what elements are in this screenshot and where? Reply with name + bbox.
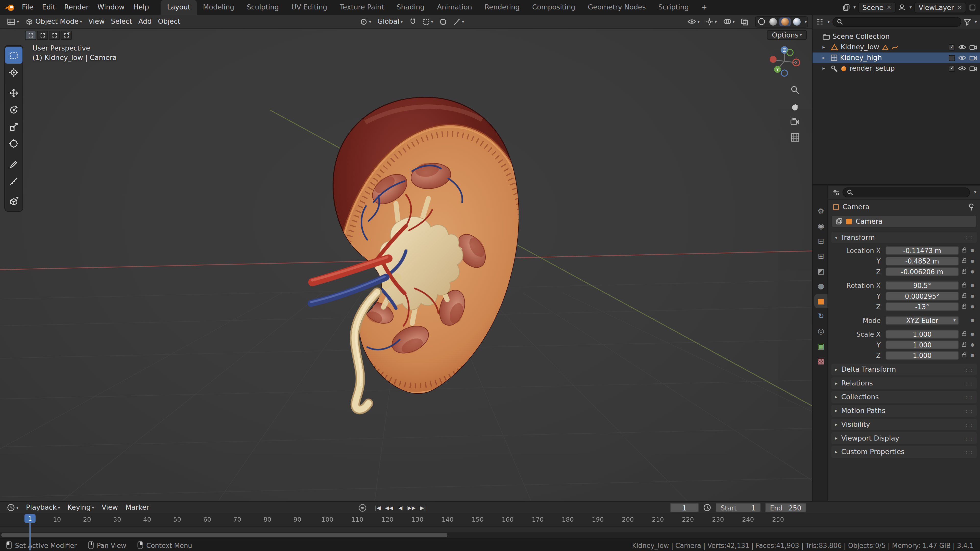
panel-grip-icon[interactable]: ::::	[963, 366, 974, 372]
timeline-scrollbar-thumb[interactable]	[1, 533, 448, 537]
play-reverse-icon[interactable]: ◀	[396, 503, 405, 513]
section-viewport-display[interactable]: ▸Viewport Display::::	[831, 432, 977, 445]
checkbox[interactable]	[949, 65, 955, 71]
menu-select[interactable]: Select	[108, 15, 135, 29]
lock-icon[interactable]	[959, 259, 969, 263]
camera-icon[interactable]	[969, 65, 977, 71]
properties-search-input[interactable]	[842, 187, 970, 197]
animate-dot-icon[interactable]: ●	[969, 248, 976, 253]
panel-grip-icon[interactable]: ::::	[963, 435, 974, 441]
gizmo-y-neg-axis[interactable]	[787, 49, 793, 56]
section-relations[interactable]: ▸Relations::::	[831, 377, 977, 389]
menu-playback[interactable]: Playback▾	[22, 503, 64, 512]
tab-scripting[interactable]: Scripting	[652, 0, 695, 15]
expand-arrow-icon[interactable]: ▸	[822, 65, 828, 71]
chevron-down-icon[interactable]: ▾	[827, 19, 830, 24]
section-delta-transform[interactable]: ▸Delta Transform::::	[831, 364, 977, 375]
pan-hand-icon[interactable]	[790, 101, 800, 111]
wireframe-icon[interactable]	[756, 17, 767, 26]
xray-icon[interactable]	[738, 15, 752, 29]
object-id-selector[interactable]: Camera	[831, 215, 977, 227]
rotation-x-field[interactable]: 90.5°	[886, 281, 959, 289]
tab-constraints-properties[interactable]: ◎	[815, 324, 827, 338]
lock-icon[interactable]	[959, 269, 969, 274]
lock-icon[interactable]	[959, 332, 969, 336]
section-collections[interactable]: ▸Collections::::	[831, 391, 977, 403]
lock-icon[interactable]	[959, 342, 969, 347]
select-mode-extend[interactable]: +	[37, 30, 48, 40]
outliner-row-kidney-low[interactable]: ▸ Kidney_low	[813, 42, 980, 52]
timeline-ruler[interactable]: 1020304050607080901001101201301401501601…	[0, 514, 980, 527]
tab-uv-editing[interactable]: UV Editing	[285, 0, 334, 15]
outliner-editor-icon[interactable]	[816, 18, 824, 25]
outliner-row-scene-collection[interactable]: Scene Collection	[813, 31, 980, 42]
animate-dot-icon[interactable]: ●	[969, 283, 976, 288]
navigation-gizmo[interactable]: Z X Y	[767, 44, 802, 79]
material-preview-icon[interactable]	[780, 17, 791, 26]
tab-object-properties[interactable]: ■	[815, 294, 827, 308]
animate-dot-icon[interactable]: ●	[969, 293, 976, 299]
playhead[interactable]: 1	[30, 514, 41, 523]
toggle-ortho-icon[interactable]	[790, 132, 800, 142]
solid-icon[interactable]	[768, 17, 779, 26]
kidney-model[interactable]	[309, 97, 557, 416]
tab-layout[interactable]: Layout	[161, 0, 197, 15]
menu-marker[interactable]: Marker	[122, 503, 153, 512]
tool-scale[interactable]	[5, 118, 23, 135]
add-workspace-button[interactable]: +	[695, 0, 714, 15]
orientation-selector[interactable]: Global ▾	[374, 15, 406, 29]
gizmo-icon[interactable]: ▾	[703, 15, 720, 29]
menu-edit[interactable]: Edit	[38, 0, 60, 15]
prev-keyframe-icon[interactable]: ◀◀	[384, 503, 395, 513]
tab-shading[interactable]: Shading	[390, 0, 431, 15]
tab-tool-properties[interactable]: ⚙	[815, 204, 827, 218]
overlays-icon[interactable]: ▾	[720, 15, 738, 29]
chevron-down-icon[interactable]: ▾	[853, 5, 856, 10]
tab-output-properties[interactable]: ⊟	[815, 234, 827, 248]
tool-rotate[interactable]	[5, 101, 23, 118]
lock-icon[interactable]	[959, 248, 969, 252]
tab-texture-properties[interactable]: ▩	[815, 354, 827, 368]
scale-y-field[interactable]: 1.000	[886, 340, 959, 349]
viewport-canvas[interactable]	[0, 15, 812, 501]
auto-keying-clock-icon[interactable]	[703, 503, 711, 512]
rotation-mode-dropdown[interactable]: XYZ Euler▾	[886, 316, 959, 324]
visibility-icon[interactable]: ▾	[684, 15, 703, 29]
section-visibility[interactable]: ▸Visibility::::	[831, 419, 977, 430]
tab-view-layer-properties[interactable]: ⊞	[815, 249, 827, 263]
gizmo-x-neg-axis[interactable]	[770, 56, 776, 63]
magnet-icon[interactable]	[406, 15, 419, 29]
tool-move[interactable]	[5, 84, 23, 101]
lock-icon[interactable]	[959, 353, 969, 357]
eye-icon[interactable]	[958, 65, 966, 71]
tab-render-properties[interactable]: ◉	[815, 219, 827, 233]
checkbox[interactable]	[949, 55, 955, 61]
animate-dot-icon[interactable]: ●	[969, 342, 976, 347]
tab-world-properties[interactable]: ◍	[815, 279, 827, 293]
eye-icon[interactable]	[958, 55, 966, 61]
chevron-down-icon[interactable]: ▾	[975, 19, 977, 24]
chevron-down-icon[interactable]: ▾	[910, 5, 912, 10]
outliner-row-kidney-high[interactable]: ▸ Kidney_high	[813, 52, 980, 63]
menu-view[interactable]: View	[85, 15, 108, 29]
falloff-icon[interactable]: ▾	[450, 15, 467, 29]
panel-grip-icon[interactable]: ::::	[963, 234, 974, 240]
expand-arrow-icon[interactable]: ▸	[822, 44, 828, 50]
gizmo-z-neg-axis[interactable]	[781, 70, 788, 76]
menu-file[interactable]: File	[18, 0, 38, 15]
location-z-field[interactable]: -0.006206 m	[886, 267, 959, 276]
proportional-icon[interactable]	[436, 15, 450, 29]
close-icon[interactable]: ✕	[886, 4, 891, 11]
menu-keying[interactable]: Keying▾	[64, 503, 98, 512]
scene-selector[interactable]: Scene ✕	[858, 2, 896, 13]
jump-to-start-icon[interactable]: |◀	[373, 503, 383, 513]
tool-add-cube[interactable]	[5, 193, 23, 210]
section-motion-paths[interactable]: ▸Motion Paths::::	[831, 405, 977, 417]
start-frame-field[interactable]: Start 1	[716, 503, 760, 512]
tab-sculpting[interactable]: Sculpting	[240, 0, 285, 15]
next-keyframe-icon[interactable]: ▶▶	[406, 503, 417, 513]
camera-view-icon[interactable]	[790, 118, 800, 126]
transform-panel-header[interactable]: ▾ Transform ::::	[831, 232, 977, 243]
lock-icon[interactable]	[959, 294, 969, 298]
pivot-icon[interactable]: ▾	[357, 15, 374, 29]
